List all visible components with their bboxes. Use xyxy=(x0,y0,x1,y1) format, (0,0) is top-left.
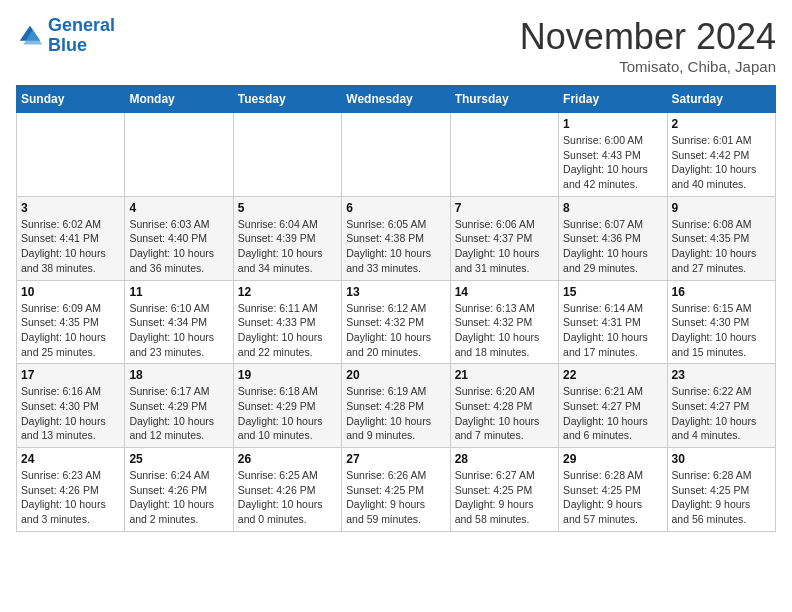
calendar-cell: 2Sunrise: 6:01 AM Sunset: 4:42 PM Daylig… xyxy=(667,113,775,197)
calendar-cell xyxy=(233,113,341,197)
day-info: Sunrise: 6:06 AM Sunset: 4:37 PM Dayligh… xyxy=(455,217,554,276)
day-number: 6 xyxy=(346,201,445,215)
week-row-4: 24Sunrise: 6:23 AM Sunset: 4:26 PM Dayli… xyxy=(17,448,776,532)
week-row-2: 10Sunrise: 6:09 AM Sunset: 4:35 PM Dayli… xyxy=(17,280,776,364)
day-number: 16 xyxy=(672,285,771,299)
logo-line1: General xyxy=(48,15,115,35)
calendar-cell: 4Sunrise: 6:03 AM Sunset: 4:40 PM Daylig… xyxy=(125,196,233,280)
day-info: Sunrise: 6:03 AM Sunset: 4:40 PM Dayligh… xyxy=(129,217,228,276)
day-number: 13 xyxy=(346,285,445,299)
logo-line2: Blue xyxy=(48,35,87,55)
calendar-cell: 26Sunrise: 6:25 AM Sunset: 4:26 PM Dayli… xyxy=(233,448,341,532)
calendar-cell: 5Sunrise: 6:04 AM Sunset: 4:39 PM Daylig… xyxy=(233,196,341,280)
day-info: Sunrise: 6:15 AM Sunset: 4:30 PM Dayligh… xyxy=(672,301,771,360)
day-info: Sunrise: 6:21 AM Sunset: 4:27 PM Dayligh… xyxy=(563,384,662,443)
day-info: Sunrise: 6:10 AM Sunset: 4:34 PM Dayligh… xyxy=(129,301,228,360)
header-thursday: Thursday xyxy=(450,86,558,113)
calendar-cell: 21Sunrise: 6:20 AM Sunset: 4:28 PM Dayli… xyxy=(450,364,558,448)
day-number: 23 xyxy=(672,368,771,382)
day-number: 27 xyxy=(346,452,445,466)
calendar-cell: 27Sunrise: 6:26 AM Sunset: 4:25 PM Dayli… xyxy=(342,448,450,532)
calendar-cell: 29Sunrise: 6:28 AM Sunset: 4:25 PM Dayli… xyxy=(559,448,667,532)
calendar-cell: 24Sunrise: 6:23 AM Sunset: 4:26 PM Dayli… xyxy=(17,448,125,532)
calendar-cell: 12Sunrise: 6:11 AM Sunset: 4:33 PM Dayli… xyxy=(233,280,341,364)
day-info: Sunrise: 6:01 AM Sunset: 4:42 PM Dayligh… xyxy=(672,133,771,192)
calendar-cell: 11Sunrise: 6:10 AM Sunset: 4:34 PM Dayli… xyxy=(125,280,233,364)
day-number: 18 xyxy=(129,368,228,382)
day-info: Sunrise: 6:16 AM Sunset: 4:30 PM Dayligh… xyxy=(21,384,120,443)
calendar-cell: 25Sunrise: 6:24 AM Sunset: 4:26 PM Dayli… xyxy=(125,448,233,532)
calendar-body: 1Sunrise: 6:00 AM Sunset: 4:43 PM Daylig… xyxy=(17,113,776,532)
day-number: 28 xyxy=(455,452,554,466)
calendar-cell: 6Sunrise: 6:05 AM Sunset: 4:38 PM Daylig… xyxy=(342,196,450,280)
logo: General Blue xyxy=(16,16,115,56)
day-info: Sunrise: 6:05 AM Sunset: 4:38 PM Dayligh… xyxy=(346,217,445,276)
calendar-cell xyxy=(342,113,450,197)
day-info: Sunrise: 6:04 AM Sunset: 4:39 PM Dayligh… xyxy=(238,217,337,276)
location: Tomisato, Chiba, Japan xyxy=(520,58,776,75)
header-monday: Monday xyxy=(125,86,233,113)
day-info: Sunrise: 6:26 AM Sunset: 4:25 PM Dayligh… xyxy=(346,468,445,527)
day-number: 25 xyxy=(129,452,228,466)
calendar-cell: 20Sunrise: 6:19 AM Sunset: 4:28 PM Dayli… xyxy=(342,364,450,448)
day-info: Sunrise: 6:17 AM Sunset: 4:29 PM Dayligh… xyxy=(129,384,228,443)
day-info: Sunrise: 6:08 AM Sunset: 4:35 PM Dayligh… xyxy=(672,217,771,276)
calendar-cell: 30Sunrise: 6:28 AM Sunset: 4:25 PM Dayli… xyxy=(667,448,775,532)
calendar-cell: 23Sunrise: 6:22 AM Sunset: 4:27 PM Dayli… xyxy=(667,364,775,448)
logo-icon xyxy=(16,22,44,50)
calendar-cell: 28Sunrise: 6:27 AM Sunset: 4:25 PM Dayli… xyxy=(450,448,558,532)
calendar-cell xyxy=(450,113,558,197)
calendar-cell: 3Sunrise: 6:02 AM Sunset: 4:41 PM Daylig… xyxy=(17,196,125,280)
day-number: 5 xyxy=(238,201,337,215)
calendar-cell: 19Sunrise: 6:18 AM Sunset: 4:29 PM Dayli… xyxy=(233,364,341,448)
header-saturday: Saturday xyxy=(667,86,775,113)
day-number: 8 xyxy=(563,201,662,215)
header-row: SundayMondayTuesdayWednesdayThursdayFrid… xyxy=(17,86,776,113)
day-info: Sunrise: 6:02 AM Sunset: 4:41 PM Dayligh… xyxy=(21,217,120,276)
day-number: 11 xyxy=(129,285,228,299)
day-info: Sunrise: 6:13 AM Sunset: 4:32 PM Dayligh… xyxy=(455,301,554,360)
day-number: 17 xyxy=(21,368,120,382)
day-number: 29 xyxy=(563,452,662,466)
calendar-cell: 8Sunrise: 6:07 AM Sunset: 4:36 PM Daylig… xyxy=(559,196,667,280)
day-number: 9 xyxy=(672,201,771,215)
day-number: 19 xyxy=(238,368,337,382)
month-title: November 2024 xyxy=(520,16,776,58)
day-number: 14 xyxy=(455,285,554,299)
day-info: Sunrise: 6:18 AM Sunset: 4:29 PM Dayligh… xyxy=(238,384,337,443)
calendar-cell: 9Sunrise: 6:08 AM Sunset: 4:35 PM Daylig… xyxy=(667,196,775,280)
header-sunday: Sunday xyxy=(17,86,125,113)
day-info: Sunrise: 6:00 AM Sunset: 4:43 PM Dayligh… xyxy=(563,133,662,192)
calendar-cell: 1Sunrise: 6:00 AM Sunset: 4:43 PM Daylig… xyxy=(559,113,667,197)
header-wednesday: Wednesday xyxy=(342,86,450,113)
day-info: Sunrise: 6:14 AM Sunset: 4:31 PM Dayligh… xyxy=(563,301,662,360)
day-number: 26 xyxy=(238,452,337,466)
day-info: Sunrise: 6:11 AM Sunset: 4:33 PM Dayligh… xyxy=(238,301,337,360)
day-info: Sunrise: 6:24 AM Sunset: 4:26 PM Dayligh… xyxy=(129,468,228,527)
calendar-cell: 17Sunrise: 6:16 AM Sunset: 4:30 PM Dayli… xyxy=(17,364,125,448)
day-info: Sunrise: 6:12 AM Sunset: 4:32 PM Dayligh… xyxy=(346,301,445,360)
day-number: 1 xyxy=(563,117,662,131)
week-row-1: 3Sunrise: 6:02 AM Sunset: 4:41 PM Daylig… xyxy=(17,196,776,280)
day-info: Sunrise: 6:07 AM Sunset: 4:36 PM Dayligh… xyxy=(563,217,662,276)
calendar-cell: 22Sunrise: 6:21 AM Sunset: 4:27 PM Dayli… xyxy=(559,364,667,448)
calendar-table: SundayMondayTuesdayWednesdayThursdayFrid… xyxy=(16,85,776,532)
day-number: 15 xyxy=(563,285,662,299)
week-row-3: 17Sunrise: 6:16 AM Sunset: 4:30 PM Dayli… xyxy=(17,364,776,448)
day-number: 12 xyxy=(238,285,337,299)
day-number: 4 xyxy=(129,201,228,215)
calendar-cell xyxy=(17,113,125,197)
day-number: 2 xyxy=(672,117,771,131)
day-number: 20 xyxy=(346,368,445,382)
week-row-0: 1Sunrise: 6:00 AM Sunset: 4:43 PM Daylig… xyxy=(17,113,776,197)
page-header: General Blue November 2024 Tomisato, Chi… xyxy=(16,16,776,75)
header-friday: Friday xyxy=(559,86,667,113)
day-info: Sunrise: 6:25 AM Sunset: 4:26 PM Dayligh… xyxy=(238,468,337,527)
calendar-header: SundayMondayTuesdayWednesdayThursdayFrid… xyxy=(17,86,776,113)
day-info: Sunrise: 6:28 AM Sunset: 4:25 PM Dayligh… xyxy=(672,468,771,527)
day-info: Sunrise: 6:09 AM Sunset: 4:35 PM Dayligh… xyxy=(21,301,120,360)
logo-text: General Blue xyxy=(48,16,115,56)
day-number: 3 xyxy=(21,201,120,215)
calendar-cell: 14Sunrise: 6:13 AM Sunset: 4:32 PM Dayli… xyxy=(450,280,558,364)
day-info: Sunrise: 6:19 AM Sunset: 4:28 PM Dayligh… xyxy=(346,384,445,443)
